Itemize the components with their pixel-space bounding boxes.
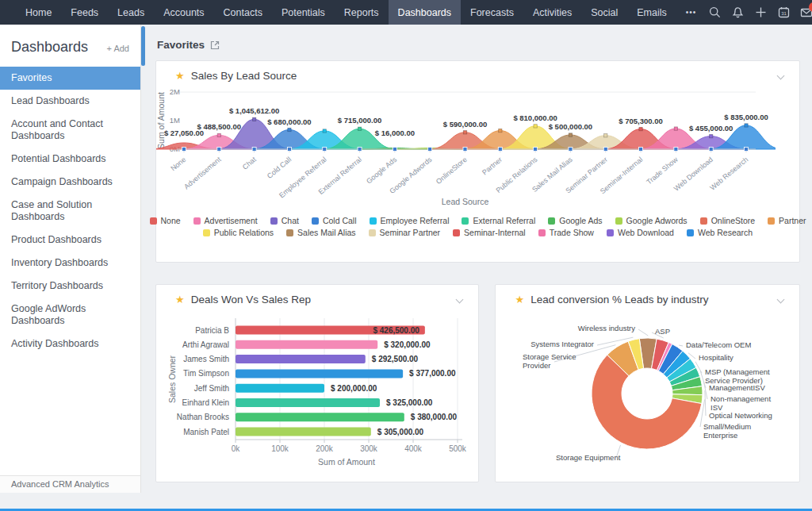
x-tick-label: 500k [449,444,467,453]
legend-item-google-ads[interactable]: Google Ads [548,216,602,225]
hamburger-menu-icon[interactable] [0,0,16,25]
chevron-down-icon[interactable] [777,296,785,304]
legend-item-sales-mail-alias[interactable]: Sales Mail Alias [286,228,356,237]
sidebar-item-account-and-contact-dashboards[interactable]: Account and Contact Dashboards [0,113,140,148]
legend-item-advertisement[interactable]: Advertisement [193,216,258,225]
nav-item-home[interactable]: Home [16,0,61,25]
legend-swatch [312,217,319,225]
nav-item-dashboards[interactable]: Dashboards [389,0,461,25]
legend-item-cold-call[interactable]: Cold Call [312,216,357,225]
advanced-crm-analytics-link[interactable]: Advanced CRM Analytics [0,475,140,493]
legend-swatch [538,229,546,236]
legend-item-web-download[interactable]: Web Download [607,228,674,237]
plus-icon[interactable] [752,4,769,21]
bar-james-smith[interactable] [236,355,366,363]
peak-marker [709,134,712,137]
baseline-marker-web-research[interactable] [745,148,749,152]
sidebar-item-territory-dashboards[interactable]: Territory Dashboards [0,275,140,298]
legend-item-none[interactable]: None [150,216,181,225]
legend-item-onlinestore[interactable]: OnlineStore [700,216,755,225]
donut-label: Provider [523,361,550,370]
legend-item-seminar-internal[interactable]: Seminar-Internal [453,228,526,237]
bar-arthi-agrawal[interactable] [236,340,377,349]
nav-item-accounts[interactable]: Accounts [154,0,213,25]
nav-item-leads[interactable]: Leads [108,0,154,25]
main-content: Favorites ★ Sales By Lead Source 0M1M2MS… [141,25,812,493]
baseline-marker-sales-mail-alias[interactable] [569,148,573,152]
legend-label: Google Adwords [626,216,688,225]
favorite-star-icon[interactable]: ★ [175,294,185,305]
baseline-marker-none[interactable] [182,148,186,152]
favorite-star-icon[interactable]: ★ [175,71,185,81]
add-dashboard-button[interactable]: + Add [107,44,129,53]
nav-item-emails[interactable]: Emails [627,0,676,25]
legend-swatch [270,217,278,225]
bar-jeff-smith[interactable] [236,384,324,393]
baseline-marker-trade-show[interactable] [674,148,678,152]
baseline-marker-partner[interactable] [498,148,502,152]
nav-item-social[interactable]: Social [581,0,627,25]
data-label: $ 705,300.00 [619,117,662,125]
legend-item-external-referral[interactable]: External Referral [462,216,535,225]
sidebar-item-lead-dashboards[interactable]: Lead Dashboards [0,90,140,113]
legend-item-web-research[interactable]: Web Research [687,228,753,237]
baseline-marker-employee-referral[interactable] [323,148,327,152]
legend-label: Web Download [618,228,674,237]
sidebar-item-inventory-dashboards[interactable]: Inventory Dashboards [0,252,140,275]
x-tick-label: Cold Call [266,156,293,180]
baseline-marker-onlinestore[interactable] [463,148,467,152]
sidebar-item-product-dashboards[interactable]: Product Dashboards [0,229,140,252]
sidebar-item-case-and-solution-dashboards[interactable]: Case and Solution Dashboards [0,194,140,229]
baseline-marker-chat[interactable] [252,148,256,152]
legend-item-chat[interactable]: Chat [270,216,299,225]
search-icon[interactable] [706,4,723,21]
data-label: $ 455,000.00 [689,124,733,133]
sidebar-item-campaign-dashboards[interactable]: Campaign Dashboards [0,171,140,194]
nav-item-contacts[interactable]: Contacts [214,0,272,25]
legend-item-trade-show[interactable]: Trade Show [538,228,594,237]
sidebar-title: Dashboards [11,39,88,56]
bell-icon[interactable] [729,4,746,21]
baseline-marker-seminar-internal[interactable] [639,148,643,152]
scrollbar-thumb[interactable] [141,26,145,66]
legend-swatch [607,229,614,236]
nav-more-button[interactable]: ••• [676,0,707,25]
baseline-marker-cold-call[interactable] [287,148,291,152]
bar-einhard-klein[interactable] [236,398,380,407]
donut-label: Enterprise [703,431,737,440]
popout-icon[interactable] [210,40,220,50]
baseline-marker-google-ads[interactable] [393,148,396,152]
baseline-marker-external-referral[interactable] [358,148,362,152]
legend-item-seminar-partner[interactable]: Seminar Partner [369,228,440,237]
sidebar-item-activity-dashboards[interactable]: Activity Dashboards [0,332,140,355]
sidebar-item-potential-dashboards[interactable]: Potential Dashboards [0,148,140,171]
baseline-marker-seminar-partner[interactable] [603,148,607,152]
baseline-marker-advertisement[interactable] [217,148,221,152]
legend-item-google-adwords[interactable]: Google Adwords [615,216,688,225]
baseline-marker-public-relations[interactable] [534,148,538,152]
bar-tim-simpson[interactable] [236,369,403,378]
nav-item-feeds[interactable]: Feeds [61,0,108,25]
nav-item-potentials[interactable]: Potentials [272,0,335,25]
chevron-down-icon[interactable] [456,296,464,304]
sidebar-item-favorites[interactable]: Favorites [0,67,140,90]
donut-label: Non-management [710,394,771,403]
legend-item-employee-referral[interactable]: Employee Referral [370,216,450,225]
sidebar-item-google-adwords-dashboards[interactable]: Google AdWords Dashboards [0,298,140,332]
bar-category-label: Manish Patel [183,428,229,436]
mail-icon[interactable]: 1 [798,4,812,21]
nav-item-forecasts[interactable]: Forecasts [461,0,523,25]
calendar-icon[interactable]: 31 [775,4,792,21]
bar-nathan-brooks[interactable] [236,413,404,421]
favorite-star-icon[interactable]: ★ [515,294,524,305]
donut-label: MSP (Management [705,367,770,376]
chevron-down-icon[interactable] [777,72,785,80]
nav-item-reports[interactable]: Reports [335,0,389,25]
legend-item-public-relations[interactable]: Public Relations [203,228,274,237]
peak-marker [463,131,466,134]
nav-item-activities[interactable]: Activities [523,0,581,25]
bar-manish-patel[interactable] [236,428,371,436]
baseline-marker-google-adwords[interactable] [428,148,432,152]
baseline-marker-web-download[interactable] [709,148,713,152]
legend-item-partner[interactable]: Partner [768,216,806,225]
